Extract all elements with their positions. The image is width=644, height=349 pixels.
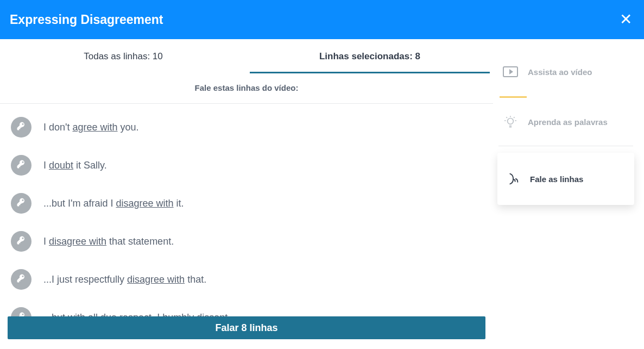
key-icon xyxy=(16,311,26,316)
line-text: ...I just respectfully disagree with tha… xyxy=(43,274,206,285)
key-icon xyxy=(16,273,26,285)
line-text: I doubt it Sally. xyxy=(43,160,107,171)
line-row: I doubt it Sally. xyxy=(11,155,480,176)
keyword[interactable]: agree with xyxy=(72,122,117,133)
lightbulb-icon xyxy=(503,114,518,129)
play-video-icon xyxy=(503,64,518,79)
page-title: Expressing Disagreement xyxy=(10,13,163,27)
close-icon[interactable]: ✕ xyxy=(620,12,632,27)
line-text: I disagree with that statement. xyxy=(43,236,174,247)
activity-sidebar: Assista ao vídeo Aprenda as palavras Fal… xyxy=(493,39,644,349)
line-toggle-button[interactable] xyxy=(11,117,31,138)
line-toggle-button[interactable] xyxy=(11,193,31,214)
svg-point-0 xyxy=(508,119,514,124)
keyword[interactable]: disagree with xyxy=(127,274,185,285)
lines-container: I don't agree with you.I doubt it Sally.… xyxy=(0,104,493,316)
instruction-text: Fale estas linhas do vídeo: xyxy=(0,73,493,104)
lines-scroll[interactable]: I don't agree with you.I doubt it Sally.… xyxy=(8,104,485,316)
line-toggle-button[interactable] xyxy=(11,307,31,316)
tab-selected-lines[interactable]: Linhas selecionadas: 8 xyxy=(247,39,493,73)
sidebar-item-label: Fale as linhas xyxy=(530,174,583,184)
speak-icon xyxy=(505,171,520,186)
line-filter-tabs: Todas as linhas: 10 Linhas selecionadas:… xyxy=(0,39,493,73)
sidebar-separator xyxy=(498,146,633,146)
speak-lines-button[interactable]: Falar 8 linhas xyxy=(8,316,485,339)
keyword[interactable]: dissent xyxy=(197,312,228,316)
sidebar-item-speak-lines[interactable]: Fale as linhas xyxy=(497,153,634,205)
sidebar-item-label: Assista ao vídeo xyxy=(528,67,592,77)
line-text: ...but I'm afraid I disagree with it. xyxy=(43,198,184,209)
key-icon xyxy=(16,159,26,171)
line-row: ...but with all due respect, I humbly di… xyxy=(11,307,480,316)
line-text: ...but with all due respect, I humbly di… xyxy=(43,312,230,316)
key-icon xyxy=(16,197,26,209)
keyword[interactable]: with all due respect xyxy=(68,312,151,316)
sidebar-item-label: Aprenda as palavras xyxy=(528,117,608,127)
line-toggle-button[interactable] xyxy=(11,231,31,252)
tab-all-lines[interactable]: Todas as linhas: 10 xyxy=(0,39,247,73)
keyword[interactable]: disagree with xyxy=(49,236,106,247)
sidebar-item-watch-video[interactable]: Assista ao vídeo xyxy=(497,59,634,98)
line-toggle-button[interactable] xyxy=(11,155,31,176)
main-panel: Todas as linhas: 10 Linhas selecionadas:… xyxy=(0,39,493,349)
line-toggle-button[interactable] xyxy=(11,269,31,290)
key-icon xyxy=(16,121,26,133)
line-row: I disagree with that statement. xyxy=(11,231,480,252)
modal-header: Expressing Disagreement ✕ xyxy=(0,0,644,39)
line-row: I don't agree with you. xyxy=(11,117,480,138)
key-icon xyxy=(16,235,26,247)
line-row: ...I just respectfully disagree with tha… xyxy=(11,269,480,290)
modal-body: Todas as linhas: 10 Linhas selecionadas:… xyxy=(0,39,644,349)
action-bar: Falar 8 linhas xyxy=(0,316,493,349)
keyword[interactable]: disagree with xyxy=(116,198,174,209)
line-text: I don't agree with you. xyxy=(43,122,139,133)
line-row: ...but I'm afraid I disagree with it. xyxy=(11,193,480,214)
keyword[interactable]: doubt xyxy=(49,160,73,171)
sidebar-item-learn-words[interactable]: Aprenda as palavras xyxy=(497,98,634,146)
